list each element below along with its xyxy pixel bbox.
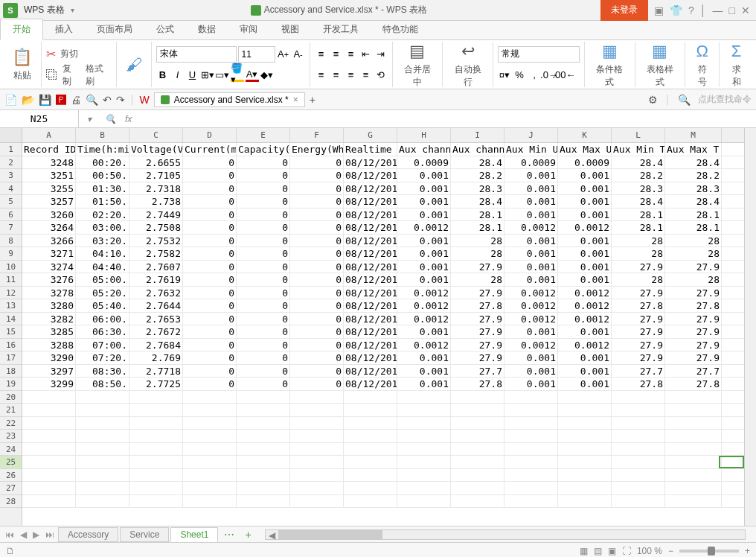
cell[interactable]: 28 xyxy=(612,247,665,260)
document-tab[interactable]: Accessory and Service.xlsx * × xyxy=(154,92,305,107)
cell[interactable]: 0.001 xyxy=(397,351,451,364)
cell[interactable] xyxy=(504,430,558,442)
cell[interactable] xyxy=(129,417,183,430)
table-style-button[interactable]: ▦ 表格样式 xyxy=(640,39,681,90)
cell[interactable]: 0 xyxy=(237,169,290,182)
col-header-A[interactable]: A xyxy=(22,128,76,142)
format-painter-button[interactable]: 格式刷 xyxy=(83,61,112,89)
cell[interactable]: 27.7 xyxy=(451,365,504,378)
cell[interactable]: 0.001 xyxy=(397,365,451,378)
cell[interactable]: 0.001 xyxy=(504,169,558,182)
ribbon-tab-1[interactable]: 插入 xyxy=(43,19,85,39)
cell[interactable]: 3288 xyxy=(22,339,76,351)
cell[interactable] xyxy=(612,404,665,416)
cell[interactable] xyxy=(237,495,290,508)
cell-header[interactable]: Current(m xyxy=(183,143,237,156)
cell[interactable] xyxy=(504,456,558,468)
cell[interactable]: 27.9 xyxy=(612,339,665,351)
cell-header[interactable]: Aux chann xyxy=(397,143,451,156)
indent-left-icon[interactable]: ⇤ xyxy=(359,48,373,61)
add-sheet-icon[interactable]: + xyxy=(240,529,255,541)
cell[interactable] xyxy=(504,482,558,494)
cell[interactable]: 0 xyxy=(183,325,237,338)
cell[interactable] xyxy=(665,469,722,482)
cell[interactable]: 0.001 xyxy=(397,273,451,286)
cell[interactable]: 08/12/201 xyxy=(344,273,397,286)
cell[interactable]: 28.4 xyxy=(612,195,665,208)
tshirt-icon[interactable]: 👕 xyxy=(670,4,682,16)
cells[interactable]: Record IDTime(h:miVoltage(VCurrent(mCapa… xyxy=(22,143,744,508)
cell[interactable]: 05:00. xyxy=(76,273,129,286)
indent-right-icon[interactable]: ⇥ xyxy=(374,48,388,61)
cell[interactable] xyxy=(451,430,504,442)
view-fullscreen-icon[interactable]: ⛶ xyxy=(622,546,631,556)
cell[interactable]: 0 xyxy=(290,299,344,312)
row-header[interactable]: 9 xyxy=(0,247,22,261)
search-icon[interactable]: 🔍 xyxy=(678,94,691,106)
cell[interactable] xyxy=(344,417,397,430)
cell[interactable] xyxy=(22,417,76,430)
cell[interactable] xyxy=(22,404,76,416)
cell[interactable] xyxy=(504,417,558,430)
cell[interactable]: 08/12/201 xyxy=(344,299,397,312)
sheet-nav-next[interactable]: ▶ xyxy=(31,529,42,540)
cell[interactable]: 0 xyxy=(237,209,290,221)
cell[interactable]: 0 xyxy=(290,209,344,221)
view-reading-icon[interactable]: ▣ xyxy=(608,546,616,556)
cell[interactable]: 3271 xyxy=(22,247,76,260)
cell[interactable]: 27.9 xyxy=(665,287,722,299)
cell[interactable]: 08/12/201 xyxy=(344,287,397,299)
font-select[interactable] xyxy=(156,46,237,63)
cell[interactable]: 0.0012 xyxy=(397,221,451,234)
cell[interactable]: 08/12/201 xyxy=(344,365,397,378)
cell[interactable] xyxy=(129,456,183,468)
percent-icon[interactable]: % xyxy=(513,69,526,82)
col-header-C[interactable]: C xyxy=(129,128,183,142)
cell[interactable]: 3282 xyxy=(22,313,76,325)
cell[interactable] xyxy=(129,469,183,482)
add-tab-icon[interactable]: + xyxy=(310,94,315,106)
cell[interactable] xyxy=(183,469,237,482)
cell[interactable] xyxy=(558,430,612,442)
cell[interactable]: 0 xyxy=(237,273,290,286)
col-header-L[interactable]: L xyxy=(612,128,665,142)
cell[interactable]: 28 xyxy=(665,235,722,247)
cell[interactable]: 0 xyxy=(290,247,344,260)
cell[interactable]: 27.9 xyxy=(665,261,722,273)
cell[interactable]: 0.001 xyxy=(504,195,558,208)
cell[interactable]: 2.7644 xyxy=(129,299,183,312)
zoom-in-icon[interactable]: + xyxy=(745,546,750,556)
view-page-icon[interactable]: ▤ xyxy=(594,546,602,556)
cell[interactable]: 00:20. xyxy=(76,156,129,169)
cell[interactable]: 0 xyxy=(183,378,237,390)
cell[interactable]: 0.0012 xyxy=(504,313,558,325)
cell[interactable]: 0 xyxy=(183,209,237,221)
cell[interactable]: 0.001 xyxy=(558,247,612,260)
cell[interactable]: 0.001 xyxy=(397,378,451,390)
cell[interactable] xyxy=(129,404,183,416)
clear-format-button[interactable]: ◆▾ xyxy=(260,69,274,82)
row-header[interactable]: 5 xyxy=(0,195,22,209)
cell[interactable]: 0 xyxy=(183,339,237,351)
cell[interactable] xyxy=(344,495,397,508)
cell[interactable] xyxy=(129,495,183,508)
cell[interactable] xyxy=(451,417,504,430)
cell[interactable]: 0.001 xyxy=(397,209,451,221)
cell[interactable] xyxy=(22,482,76,494)
cell[interactable] xyxy=(397,456,451,468)
cell[interactable]: 07:20. xyxy=(76,351,129,364)
font-color-button[interactable]: A▾ xyxy=(246,69,259,82)
cell[interactable] xyxy=(76,469,129,482)
col-header-H[interactable]: H xyxy=(397,128,451,142)
cell[interactable]: 28 xyxy=(612,235,665,247)
cell[interactable] xyxy=(397,443,451,456)
status-doc-icon[interactable]: 🗋 xyxy=(6,546,15,556)
cell[interactable]: 0.001 xyxy=(504,365,558,378)
cell[interactable]: 0.0012 xyxy=(397,339,451,351)
comma-icon[interactable]: , xyxy=(528,69,541,82)
symbol-button[interactable]: Ω 符号 xyxy=(690,39,714,90)
cell[interactable]: 2.7672 xyxy=(129,325,183,338)
cell[interactable]: 0 xyxy=(290,287,344,299)
row-header[interactable]: 11 xyxy=(0,273,22,287)
cell[interactable]: 27.8 xyxy=(665,378,722,390)
